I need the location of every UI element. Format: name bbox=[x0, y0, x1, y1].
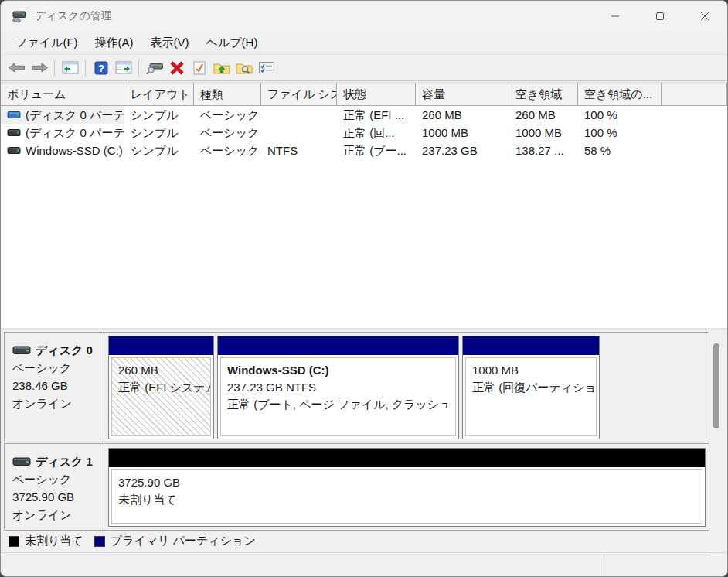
layout-cell: シンプル bbox=[124, 124, 194, 142]
volume-icon bbox=[7, 146, 21, 155]
disk-management-app-icon[interactable] bbox=[12, 10, 27, 23]
disk-name: ディスク 0 bbox=[36, 341, 93, 359]
forward-icon bbox=[30, 61, 49, 74]
vertical-scrollbar-thumb[interactable] bbox=[713, 343, 719, 428]
disk-0-row: ディスク 0 ベーシック 238.46 GB オンライン 260 MB 正常 (… bbox=[4, 332, 709, 442]
partition-efi-system[interactable]: 260 MB 正常 (EFI システム パ bbox=[108, 336, 214, 439]
volume-icon bbox=[7, 128, 21, 138]
disk-size: 238.46 GB bbox=[12, 377, 104, 394]
partition-capacity: 1000 MB bbox=[472, 362, 596, 379]
column-header-status[interactable]: 状態 bbox=[337, 83, 416, 105]
volume-name-cell: (ディスク 0 パーティ... bbox=[1, 106, 124, 124]
capacity-cell: 260 MB bbox=[416, 106, 509, 124]
window-title: ディスクの管理 bbox=[35, 9, 112, 23]
partition-status: 正常 (回復パーティション) bbox=[472, 379, 596, 396]
show-console-tree-icon bbox=[62, 61, 79, 74]
status-cell: 正常 (回... bbox=[337, 124, 416, 142]
layout-cell: シンプル bbox=[124, 142, 194, 159]
partition-recovery[interactable]: 1000 MB 正常 (回復パーティション) bbox=[462, 336, 600, 439]
show-action-pane-icon bbox=[115, 61, 132, 74]
volume-row-recovery-partition[interactable]: (ディスク 0 パーティ... シンプル ベーシック 正常 (回... 1000… bbox=[1, 124, 727, 142]
maximize-button[interactable] bbox=[638, 1, 682, 32]
volume-name: Windows-SSD (C:) bbox=[26, 142, 123, 159]
disk-type: ベーシック bbox=[12, 470, 104, 488]
column-header-free-space[interactable]: 空き領域 bbox=[509, 83, 578, 105]
delete-volume-button[interactable] bbox=[165, 57, 188, 78]
partition-capacity: 260 MB bbox=[118, 362, 210, 379]
show-action-pane-button[interactable] bbox=[112, 57, 134, 78]
toolbar-separator bbox=[138, 60, 139, 77]
partition-status: 正常 (EFI システム パ bbox=[118, 379, 210, 396]
volume-name: (ディスク 0 パーティ... bbox=[26, 124, 124, 142]
extra-cell bbox=[662, 124, 727, 142]
partition-body: 1000 MB 正常 (回復パーティション) bbox=[465, 357, 597, 436]
status-bar-divider bbox=[604, 555, 604, 575]
primary-partition-swatch bbox=[94, 536, 105, 547]
status-bar bbox=[1, 552, 727, 577]
type-cell: ベーシック bbox=[194, 106, 261, 124]
minimize-button[interactable] bbox=[593, 1, 638, 32]
disk-management-window: ディスクの管理 ファイル(F) 操作(A) 表示(V) ヘルプ(H) bbox=[0, 0, 728, 577]
type-cell: ベーシック bbox=[194, 124, 261, 142]
back-icon bbox=[8, 61, 26, 74]
disk-type: ベーシック bbox=[12, 359, 104, 377]
disk-1-info[interactable]: ディスク 1 ベーシック 3725.90 GB オンライン bbox=[5, 444, 104, 530]
capacity-cell: 237.23 GB bbox=[416, 142, 509, 159]
toolbar: ? bbox=[1, 55, 727, 81]
volume-row-efi-partition[interactable]: (ディスク 0 パーティ... シンプル ベーシック 正常 (EFI ... 2… bbox=[1, 106, 727, 124]
column-header-volume[interactable]: ボリューム bbox=[1, 83, 124, 105]
column-header-percent-free[interactable]: 空き領域の... bbox=[578, 83, 662, 105]
menu-help[interactable]: ヘルプ(H) bbox=[198, 32, 267, 53]
delete-volume-icon bbox=[168, 61, 185, 75]
volume-list-header: ボリューム レイアウト 種類 ファイル シス... 状態 容量 空き領域 空き領… bbox=[1, 82, 727, 106]
partition-body: Windows-SSD (C:) 237.23 GB NTFS 正常 (ブート,… bbox=[220, 357, 456, 436]
legend-label-unallocated: 未割り当て bbox=[25, 534, 83, 548]
menu-bar: ファイル(F) 操作(A) 表示(V) ヘルプ(H) bbox=[1, 32, 727, 55]
disk-0-info[interactable]: ディスク 0 ベーシック 238.46 GB オンライン bbox=[5, 333, 104, 442]
layout-cell: シンプル bbox=[124, 106, 194, 124]
menu-view[interactable]: 表示(V) bbox=[142, 32, 198, 53]
disk-size: 3725.90 GB bbox=[12, 488, 104, 506]
free-space-cell: 260 MB bbox=[509, 106, 578, 124]
percent-free-cell: 100 % bbox=[578, 106, 662, 124]
partition-windows-ssd-c[interactable]: Windows-SSD (C:) 237.23 GB NTFS 正常 (ブート,… bbox=[217, 336, 459, 439]
unallocated-swatch bbox=[9, 536, 19, 547]
forward-button[interactable] bbox=[28, 57, 50, 78]
toolbar-separator bbox=[85, 60, 86, 77]
show-console-tree-button[interactable] bbox=[59, 57, 81, 78]
disk-status: オンライン bbox=[12, 394, 104, 412]
column-header-filesystem[interactable]: ファイル シス... bbox=[261, 83, 337, 105]
change-drive-letter-button[interactable] bbox=[210, 57, 233, 78]
extra-cell bbox=[662, 106, 727, 124]
column-header-type[interactable]: 種類 bbox=[194, 83, 261, 105]
window-controls bbox=[593, 1, 727, 32]
column-header-capacity[interactable]: 容量 bbox=[416, 83, 509, 105]
partition-type-bar bbox=[218, 336, 458, 355]
volume-row-windows-ssd[interactable]: Windows-SSD (C:) シンプル ベーシック NTFS 正常 (ブー.… bbox=[1, 142, 727, 159]
title-bar[interactable]: ディスクの管理 bbox=[1, 1, 727, 32]
close-button[interactable] bbox=[682, 1, 727, 32]
filesystem-cell: NTFS bbox=[261, 142, 337, 159]
region-capacity: 3725.90 GB bbox=[118, 474, 702, 491]
disk-icon bbox=[12, 345, 32, 356]
volume-name-cell: Windows-SSD (C:) bbox=[1, 142, 124, 159]
rescan-disks-button[interactable] bbox=[143, 57, 165, 78]
column-header-extra[interactable] bbox=[662, 83, 727, 105]
mark-partition-button[interactable] bbox=[188, 57, 210, 78]
free-space-cell: 138.27 ... bbox=[509, 142, 578, 159]
minimize-icon bbox=[611, 12, 620, 21]
menu-action[interactable]: 操作(A) bbox=[87, 32, 142, 53]
help-button[interactable]: ? bbox=[90, 57, 112, 78]
region-unallocated[interactable]: 3725.90 GB 未割り当て bbox=[108, 448, 706, 527]
back-button[interactable] bbox=[5, 57, 28, 78]
column-header-layout[interactable]: レイアウト bbox=[124, 83, 194, 105]
filesystem-cell bbox=[261, 106, 337, 124]
menu-file[interactable]: ファイル(F) bbox=[7, 32, 87, 53]
region-status: 未割り当て bbox=[118, 491, 702, 508]
explore-button[interactable] bbox=[233, 57, 255, 78]
properties-button[interactable] bbox=[255, 57, 277, 78]
check-document-icon bbox=[192, 61, 207, 75]
graphical-view: ディスク 0 ベーシック 238.46 GB オンライン 260 MB 正常 (… bbox=[1, 330, 727, 552]
partition-name: Windows-SSD (C:) bbox=[227, 362, 455, 379]
folder-search-icon bbox=[236, 61, 253, 75]
